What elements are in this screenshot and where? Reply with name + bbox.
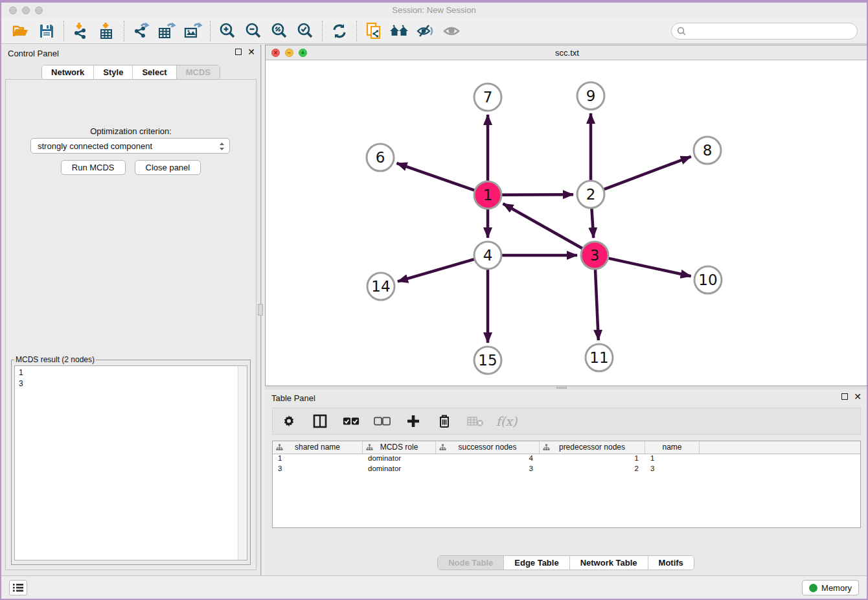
zoom-in-icon[interactable] [214,20,240,42]
hide-selected-eye-icon[interactable] [413,20,439,42]
cell-shared-name[interactable]: 1 [273,454,363,465]
refresh-layout-icon[interactable] [326,20,352,42]
network-window-titlebar: × − + scc.txt [266,45,868,60]
mcds-result-title: MCDS result (2 nodes) [14,355,96,364]
close-panel-button[interactable]: Close panel [135,160,201,175]
network-view-window: × − + scc.txt 7968124310141511 [265,45,868,386]
tab-network[interactable]: Network [42,65,93,79]
cell-name[interactable]: 3 [645,465,700,475]
memory-status-dot-icon [809,584,817,592]
open-folder-icon[interactable] [8,20,34,42]
float-panel-icon[interactable] [235,49,242,55]
import-table-icon[interactable] [94,20,120,42]
tab-select[interactable]: Select [132,65,176,79]
table-tabs: Node TableEdge TableNetwork TableMotifs [437,555,694,570]
column-header-successor-nodes[interactable]: successor nodes [436,441,540,454]
save-session-icon[interactable] [34,20,60,42]
mcds-result-item[interactable]: 3 [19,378,247,389]
cell-MCDS-role[interactable]: dominator [363,465,436,475]
list-icon [12,583,24,593]
edge-2-8[interactable] [604,157,691,190]
node-label-15: 15 [478,352,497,369]
memory-button[interactable]: Memory [802,580,859,595]
table-row[interactable]: 1dominator411 [273,454,860,465]
edge-3-10[interactable] [608,259,691,277]
node-label-10: 10 [698,271,717,288]
zoom-selected-icon[interactable] [292,20,318,42]
tab-node-table[interactable]: Node Table [438,556,503,570]
edge-2-3[interactable] [591,209,593,238]
column-header-predecessor-nodes[interactable]: predecessor nodes [540,441,645,454]
shared-column-icon [439,444,446,451]
float-table-panel-icon[interactable] [841,393,848,400]
table-toolbar: f(x) [272,408,861,435]
result-scrollbar[interactable] [238,366,247,560]
import-network-icon[interactable] [68,20,94,42]
export-network-icon[interactable] [128,20,154,42]
tab-style[interactable]: Style [93,65,132,79]
network-canvas[interactable]: 7968124310141511 [266,60,868,386]
tab-network-table[interactable]: Network Table [569,556,648,570]
node-label-2: 2 [586,186,596,203]
status-bar: Memory [1,575,867,599]
add-row-icon[interactable] [405,413,422,430]
show-hidden-eye-icon[interactable] [439,20,464,42]
column-visibility-icon[interactable] [312,413,328,430]
export-table-icon[interactable] [154,20,180,42]
clone-network-icon[interactable] [361,20,387,42]
tab-mcds[interactable]: MCDS [176,65,220,79]
node-label-7: 7 [483,89,493,106]
zoom-fit-icon[interactable] [266,20,292,42]
cell-successor-nodes[interactable]: 4 [436,454,540,465]
settings-gear-icon[interactable] [280,413,297,430]
close-table-panel-icon[interactable]: ✕ [854,393,862,400]
select-all-checkboxes-icon[interactable] [343,413,360,430]
memory-label: Memory [821,583,852,593]
mcds-result-item[interactable]: 1 [19,367,247,378]
shared-column-icon [543,444,550,451]
cell-predecessor-nodes[interactable]: 1 [540,454,645,465]
node-label-4: 4 [483,247,493,264]
cell-MCDS-role[interactable]: dominator [363,454,436,465]
tab-edge-table[interactable]: Edge Table [503,556,569,570]
node-label-14: 14 [371,278,390,295]
node-label-8: 8 [703,142,713,159]
search-input[interactable] [671,23,858,40]
run-mcds-button[interactable]: Run MCDS [61,160,126,175]
tab-motifs[interactable]: Motifs [648,556,694,570]
table-row[interactable]: 3dominator323 [273,465,860,475]
deselect-all-checkboxes-icon[interactable] [374,413,391,430]
graph-edges[interactable] [396,113,691,343]
horizontal-divider-grip[interactable] [556,387,567,389]
edge-4-14[interactable] [398,259,474,281]
cell-shared-name[interactable]: 3 [273,465,363,475]
shared-column-icon [276,444,283,451]
column-header-name[interactable]: name [645,441,700,454]
optimization-criterion-select[interactable]: strongly connected component [30,138,230,154]
table-header-row: shared nameMCDS rolesuccessor nodesprede… [273,441,860,454]
cell-predecessor-nodes[interactable]: 2 [540,465,645,475]
mcds-result-fieldset: MCDS result (2 nodes) 13 [11,355,251,565]
search-box [671,23,858,40]
home-networks-icon[interactable] [387,20,413,42]
node-label-1: 1 [483,187,493,203]
zoom-out-icon[interactable] [240,20,266,42]
edge-1-2[interactable] [502,194,573,195]
node-label-11: 11 [589,349,608,366]
panel-divider-grip[interactable] [258,304,263,316]
close-panel-icon[interactable]: ✕ [247,49,255,55]
export-image-icon[interactable] [180,20,206,42]
mcds-result-list[interactable]: 13 [14,365,247,560]
edge-1-6[interactable] [396,163,474,190]
edge-3-1[interactable] [503,203,582,248]
control-panel-header: Control Panel ✕ [1,45,260,63]
cell-successor-nodes[interactable]: 3 [436,465,540,475]
column-header-MCDS-role[interactable]: MCDS role [363,441,436,454]
function-builder-icon-disabled: f(x) [498,413,515,430]
column-header-shared-name[interactable]: shared name [273,441,363,454]
cell-name[interactable]: 1 [645,454,700,465]
task-history-button[interactable] [9,580,27,595]
edge-3-11[interactable] [595,270,599,340]
delete-row-trash-icon[interactable] [436,413,453,430]
toolbar-separator [322,21,323,41]
